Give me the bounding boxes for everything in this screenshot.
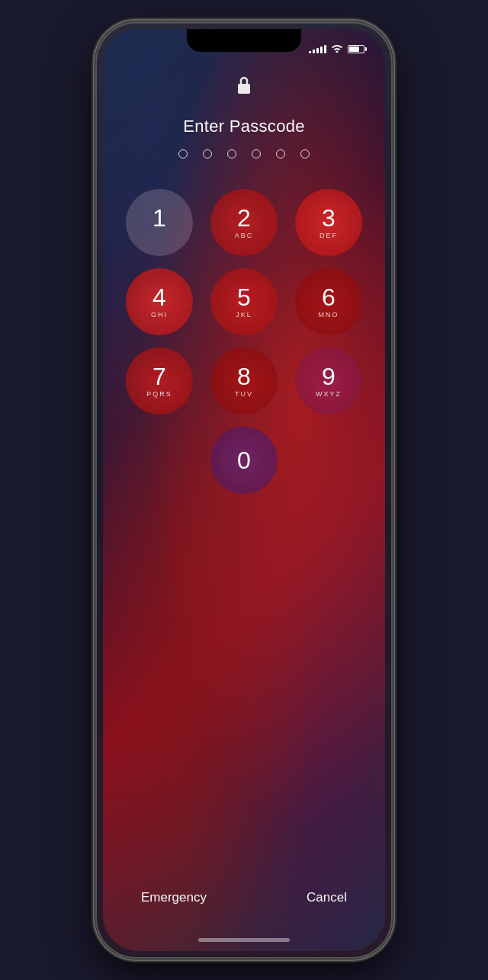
dot-5 bbox=[276, 149, 285, 159]
dot-1 bbox=[178, 149, 188, 159]
passcode-title: Enter Passcode bbox=[103, 117, 385, 136]
key-2-letters: ABC bbox=[235, 232, 254, 239]
key-5-letters: JKL bbox=[236, 311, 252, 319]
svg-rect-0 bbox=[238, 84, 250, 94]
key-4-letters: GHI bbox=[151, 311, 168, 319]
status-icons bbox=[309, 43, 367, 55]
keypad-row-3: 7 PQRS 8 TUV 9 WXYZ bbox=[126, 347, 362, 415]
key-6[interactable]: 6 MNO bbox=[295, 268, 362, 335]
wifi-icon bbox=[331, 43, 343, 55]
home-indicator bbox=[198, 938, 290, 942]
key-7-number: 7 bbox=[152, 364, 166, 389]
key-3-letters: DEF bbox=[319, 232, 338, 239]
lock-icon bbox=[233, 75, 255, 96]
key-7-letters: PQRS bbox=[146, 390, 172, 398]
cancel-button[interactable]: Cancel bbox=[299, 882, 355, 913]
keypad-row-2: 4 GHI 5 JKL 6 MNO bbox=[126, 268, 362, 335]
lock-container bbox=[233, 75, 255, 96]
key-9[interactable]: 9 WXYZ bbox=[295, 347, 362, 415]
dot-6 bbox=[300, 149, 310, 159]
key-9-letters: WXYZ bbox=[316, 390, 342, 398]
dot-4 bbox=[252, 149, 261, 159]
dot-3 bbox=[227, 149, 236, 159]
key-2[interactable]: 2 ABC bbox=[210, 189, 278, 256]
key-5-number: 5 bbox=[237, 285, 251, 309]
phone-frame: Enter Passcode 1 2 ABC bbox=[95, 21, 393, 959]
keypad-row-4: 0 bbox=[126, 427, 362, 494]
key-1-letters bbox=[158, 232, 162, 239]
key-2-number: 2 bbox=[237, 206, 251, 230]
key-4[interactable]: 4 GHI bbox=[126, 268, 193, 335]
emergency-button[interactable]: Emergency bbox=[133, 882, 214, 913]
key-8-number: 8 bbox=[237, 364, 251, 389]
keypad: 1 2 ABC 3 DEF 4 GHI 5 bbox=[103, 189, 385, 494]
key-3-number: 3 bbox=[322, 206, 336, 230]
key-6-letters: MNO bbox=[319, 311, 339, 319]
key-0[interactable]: 0 bbox=[210, 427, 278, 494]
key-9-number: 9 bbox=[322, 364, 336, 389]
notch bbox=[187, 29, 301, 52]
battery-icon bbox=[348, 45, 367, 53]
key-empty-right bbox=[295, 427, 362, 494]
key-1[interactable]: 1 bbox=[126, 189, 193, 256]
key-0-number: 0 bbox=[237, 448, 251, 472]
signal-icon bbox=[309, 44, 326, 53]
key-1-number: 1 bbox=[152, 206, 166, 230]
key-6-number: 6 bbox=[322, 285, 336, 309]
keypad-row-1: 1 2 ABC 3 DEF bbox=[126, 189, 362, 256]
key-8[interactable]: 8 TUV bbox=[210, 347, 278, 415]
key-8-letters: TUV bbox=[235, 390, 253, 398]
key-5[interactable]: 5 JKL bbox=[210, 268, 278, 335]
key-7[interactable]: 7 PQRS bbox=[126, 347, 193, 415]
key-3[interactable]: 3 DEF bbox=[295, 189, 362, 256]
screen: Enter Passcode 1 2 ABC bbox=[103, 29, 385, 951]
passcode-dots bbox=[103, 149, 385, 159]
key-empty-left bbox=[126, 427, 193, 494]
dot-2 bbox=[203, 149, 212, 159]
key-4-number: 4 bbox=[152, 285, 166, 309]
bottom-buttons: Emergency Cancel bbox=[103, 882, 385, 913]
